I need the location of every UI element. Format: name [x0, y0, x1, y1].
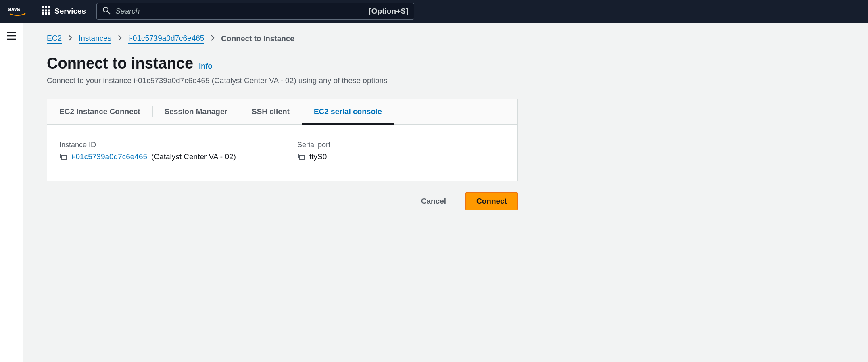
instance-id-label: Instance ID [59, 141, 273, 149]
svg-rect-8 [45, 12, 47, 15]
services-menu-button[interactable]: Services [42, 6, 86, 17]
breadcrumb: EC2 Instances i-01c5739a0d7c6e465 Connec… [47, 34, 845, 44]
left-rail [0, 23, 23, 362]
serial-port-label: Serial port [297, 141, 330, 149]
breadcrumb-instance-id[interactable]: i-01c5739a0d7c6e465 [128, 34, 204, 44]
services-label: Services [54, 7, 86, 16]
svg-rect-1 [42, 6, 44, 8]
page-title: Connect to instance [47, 55, 193, 72]
breadcrumb-instances[interactable]: Instances [79, 34, 111, 44]
tab-ssh-client[interactable]: SSH client [240, 99, 302, 124]
chevron-right-icon [118, 34, 122, 43]
svg-rect-6 [48, 9, 50, 11]
svg-rect-16 [300, 155, 304, 160]
main-content: EC2 Instances i-01c5739a0d7c6e465 Connec… [23, 23, 868, 362]
instance-id-link[interactable]: i-01c5739a0d7c6e465 [71, 152, 147, 161]
search-box[interactable]: [Option+S] [96, 3, 414, 20]
svg-point-10 [103, 7, 108, 12]
breadcrumb-current: Connect to instance [221, 34, 294, 43]
search-icon [102, 6, 111, 16]
field-serial-port: Serial port ttyS0 [285, 141, 330, 161]
instance-name: (Catalyst Center VA - 02) [151, 152, 236, 161]
tabs: EC2 Instance Connect Session Manager SSH… [47, 99, 517, 125]
search-input[interactable] [115, 7, 364, 16]
footer-actions: Cancel Connect [47, 181, 518, 210]
tab-ec2-instance-connect[interactable]: EC2 Instance Connect [47, 99, 152, 124]
svg-rect-15 [62, 155, 66, 160]
chevron-right-icon [211, 34, 215, 43]
search-shortcut-hint: [Option+S] [369, 7, 409, 16]
hamburger-icon[interactable] [6, 31, 17, 362]
field-instance-id: Instance ID i-01c5739a0d7c6e465 (Catalys… [59, 141, 285, 161]
grid-icon [42, 6, 50, 17]
svg-rect-4 [42, 9, 44, 11]
svg-rect-5 [45, 9, 47, 11]
svg-rect-3 [48, 6, 50, 8]
page-subtitle: Connect to your instance i-01c5739a0d7c6… [47, 76, 845, 85]
panel-body: Instance ID i-01c5739a0d7c6e465 (Catalys… [47, 125, 517, 181]
svg-line-11 [108, 12, 110, 14]
chevron-right-icon [68, 34, 72, 43]
serial-port-value: ttyS0 [309, 152, 327, 161]
svg-rect-7 [42, 12, 44, 15]
page-heading: Connect to instance Info [47, 55, 845, 72]
cancel-button[interactable]: Cancel [411, 192, 457, 210]
info-link[interactable]: Info [199, 62, 212, 71]
svg-text:aws: aws [8, 6, 20, 12]
svg-rect-9 [48, 12, 50, 15]
connect-button[interactable]: Connect [465, 192, 518, 210]
connect-panel: EC2 Instance Connect Session Manager SSH… [47, 99, 518, 181]
copy-icon[interactable] [59, 153, 67, 161]
tab-session-manager[interactable]: Session Manager [152, 99, 240, 124]
svg-rect-2 [45, 6, 47, 8]
aws-logo[interactable]: aws [8, 5, 34, 18]
tab-ec2-serial-console[interactable]: EC2 serial console [302, 99, 394, 124]
top-nav: aws Services [0, 0, 868, 23]
copy-icon[interactable] [297, 153, 305, 161]
breadcrumb-ec2[interactable]: EC2 [47, 34, 62, 44]
